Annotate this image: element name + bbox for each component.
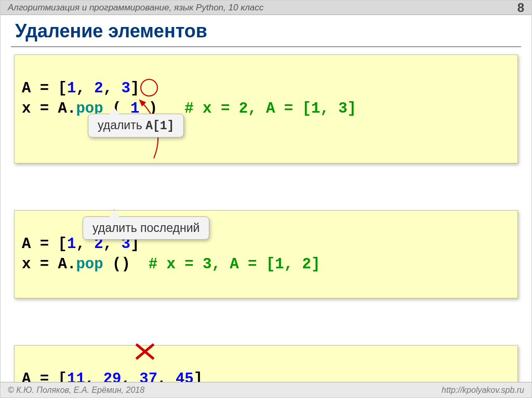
content-area: A = [1, 2, 3] x = A.pop ( 1 ) # x = 2, A… [1,54,531,398]
callout-text: удалить [98,118,145,132]
page-number: 8 [517,1,524,15]
page-title: Удаление элементов [1,15,531,43]
red-x-annotation [135,343,155,359]
callout-text: удалить последний [92,221,200,235]
divider [11,46,521,47]
code-text: A [22,80,40,97]
header-bar: Алгоритмизация и программирование, язык … [1,1,531,15]
footer-url: http://kpolyakov.spb.ru [442,386,524,395]
callout-2: удалить последний [83,216,209,240]
red-circle-annotation [140,79,158,97]
footer-copyright: © К.Ю. Поляков, Е.А. Ерёмин, 2018 [8,386,144,395]
course-title: Алгоритмизация и программирование, язык … [8,3,263,13]
code-block-1: A = [1, 2, 3] x = A.pop ( 1 ) # x = 2, A… [14,54,518,163]
footer-bar: © К.Ю. Поляков, Е.А. Ерёмин, 2018 http:/… [1,382,531,397]
callout-1: удалить A[1] [88,114,184,138]
